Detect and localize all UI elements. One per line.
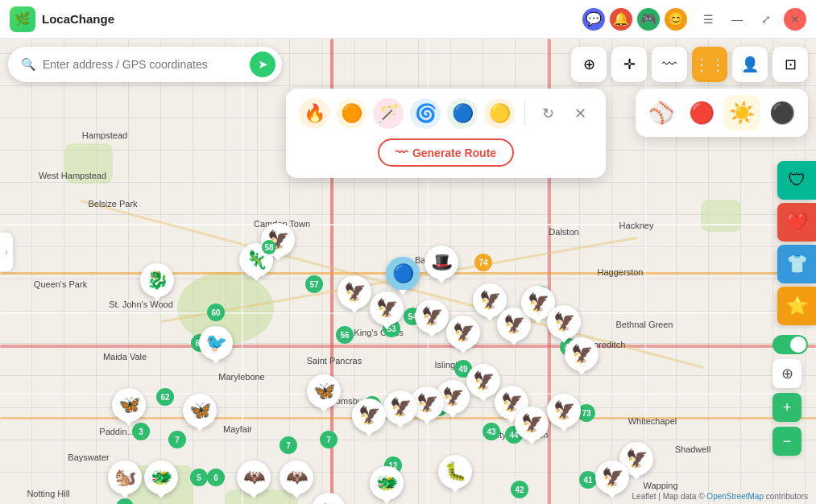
pokemon-marker[interactable]: 🦅 [446,316,480,349]
search-icon: 🔍 [21,57,36,72]
loc-number: 7 [280,436,297,454]
pokemon-marker[interactable]: 🦅 [565,337,599,371]
profile-button[interactable]: 👤 [732,47,768,82]
pokemon-marker[interactable]: 🐲 [144,461,178,494]
pokeball-sun[interactable]: ☀️ [724,95,760,130]
zoom-in-button[interactable]: + [773,393,802,422]
loc-number: 41 [579,471,597,489]
pokemon-marker-squirrel[interactable]: 🐿️ [108,461,142,494]
map-label-belsize: Belsize Park [88,199,137,209]
loc-number: 60 [207,304,225,321]
toggle-switch[interactable] [773,335,808,354]
map-label-paddin: Paddin... [99,427,134,436]
pokeball-dark[interactable]: ⚫ [764,95,800,130]
crosshair-button[interactable]: ⊕ [571,47,607,82]
pokemon-marker[interactable]: 🦋 [307,374,341,408]
filter-fire[interactable]: 🟡 [484,98,515,129]
map-label-shadwell: Shadwell [675,444,711,454]
map-label-mayfair: Mayfair [223,424,252,434]
map-label-whitechapel: Whitechapel [628,416,677,426]
pokemon-marker[interactable]: 🦎58 [239,243,273,277]
discord-icon[interactable]: 💬 [582,8,605,31]
pokemon-marker[interactable]: 🐉 [140,263,174,297]
shirt-icon[interactable]: 👕 [777,245,816,283]
pokemon-marker[interactable]: 🦋 [112,388,146,422]
pokemon-marker[interactable]: 🦅 [547,394,581,428]
pokemon-marker[interactable]: 🦅 [338,275,371,309]
star-icon[interactable]: ⭐ [777,287,816,325]
map-tools-right: ⊕ + − [773,335,808,456]
filter-charmander[interactable]: 🔥 [299,98,329,129]
pokemon-marker[interactable]: 🦅 [547,305,581,339]
minimize-button[interactable]: — [726,8,748,31]
map-label-maidavale: Maida Vale [103,352,147,361]
route-button[interactable]: 〰 [652,47,687,82]
pokemon-marker[interactable]: 🦅 [515,407,549,440]
menu-icon[interactable]: ☰ [697,8,719,31]
loc-number: 5 [190,469,208,486]
pokemon-marker[interactable]: 🦅 [595,461,629,494]
map-label-marylebone: Marylebone [218,372,264,382]
generate-route-label: Generate Route [412,147,496,159]
loc-number: 74 [474,254,492,271]
refresh-button[interactable]: ↻ [535,101,561,126]
maximize-button[interactable]: ⤢ [755,8,777,31]
toolbar-right: ⊕ ✛ 〰 ⋮⋮ 👤 ⊡ [571,47,808,82]
dns-icon[interactable]: 🛡 [777,161,816,200]
pokemon-marker[interactable]: 🦅 [383,390,417,424]
map-label-hackney: Hackney [619,221,654,230]
map-label-queens-park: Queen's Park [34,279,87,289]
pokemon-marker[interactable]: 🦇 [312,493,346,504]
pokemon-marker[interactable]: 🦋 [183,394,217,428]
map-label-hampstead: Hampstead [82,130,127,140]
pokemon-marker-hat[interactable]: 🎩 [425,246,458,279]
map-label-stjohns: St. John's Wood [109,300,173,309]
locate-me-button[interactable]: ⊕ [773,359,802,388]
loc-number: 7 [320,431,338,448]
filter-close-button[interactable]: ✕ [567,101,593,126]
filter-water[interactable]: 🌀 [410,98,441,129]
filter-divider [524,101,525,126]
pokemon-marker[interactable]: 🦇 [280,461,313,494]
map-label-haggerston: Haggerston [598,267,644,277]
pokemon-marker[interactable]: 🐦 [199,326,233,360]
route-icon: 〰 [396,146,408,159]
filter-electric[interactable]: 🔵 [447,98,478,129]
close-button[interactable]: ✕ [784,8,806,31]
pokeball-great[interactable]: 🔴 [684,95,719,130]
app-logo: 🌿 [10,6,35,32]
notification-icon[interactable]: 🔔 [610,8,632,31]
pokemon-marker[interactable]: 🦅 [415,300,449,333]
pokemon-marker-ball[interactable]: 🔵 [386,257,420,291]
loc-number: 57 [305,275,323,293]
filter-orange[interactable]: 🟠 [336,98,367,129]
pokemon-marker[interactable]: 🐛 [438,455,472,489]
zoom-out-button[interactable]: − [773,427,802,456]
filter-bar: 🔥 🟠 🪄 🌀 🔵 🟡 ↻ ✕ 〰 Generate Route [286,89,606,178]
map-label-bayswater: Bayswater [68,452,109,462]
pokemon-marker[interactable]: 🦇 [237,461,271,494]
filter-fairy[interactable]: 🪄 [373,98,404,129]
pokeball-regular[interactable]: ⚾ [644,95,679,130]
attribution-contributors: contributors [766,492,808,501]
game-icon[interactable]: 🎮 [637,8,660,31]
send-location-button[interactable]: ➤ [250,52,275,77]
sidebar-toggle[interactable]: › [0,233,13,271]
window-controls: ☰ — ⤢ ✕ [697,8,806,31]
settings-button[interactable]: ⊡ [773,47,808,82]
emoji-icon[interactable]: 😊 [665,8,687,31]
tray-icons: 💬 🔔 🎮 😊 [582,8,687,31]
map-label-west-hampstead: West Hampstead [39,171,106,180]
osm-link[interactable]: OpenStreetMap [706,492,764,501]
loc-number: 43 [483,423,500,440]
search-input[interactable] [43,58,250,71]
share-button[interactable]: ⋮⋮ [692,47,727,82]
pokemon-marker[interactable]: 🦅 [352,399,386,432]
attribution-text: Leaflet | Map data © [632,492,707,501]
health-icon[interactable]: ❤️ [777,203,816,242]
pokemon-marker[interactable]: 🦅 [370,291,404,325]
titlebar: 🌿 LocaChange 💬 🔔 🎮 😊 ☰ — ⤢ ✕ [0,0,816,39]
generate-route-button[interactable]: 〰 Generate Route [378,138,514,167]
pokemon-marker[interactable]: 🐲 [370,466,404,500]
move-button[interactable]: ✛ [611,47,647,82]
